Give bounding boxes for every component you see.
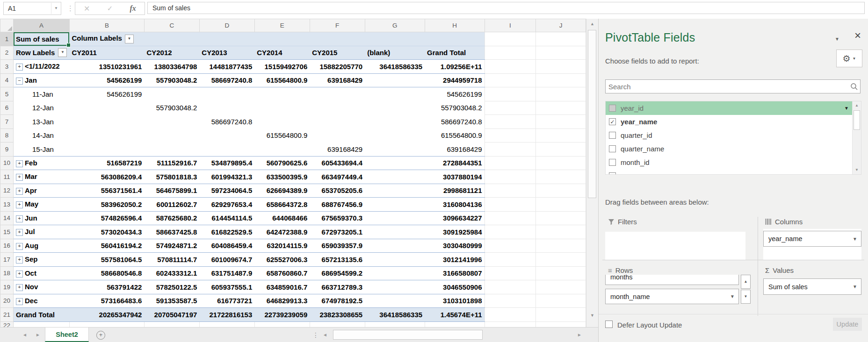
row-header-3[interactable]: 3 <box>0 60 14 74</box>
cell-D21[interactable]: 21722816153 <box>199 308 254 322</box>
cell-H7[interactable]: 586697240.8 <box>425 115 485 129</box>
cell-I14[interactable] <box>485 211 536 225</box>
cell-C12[interactable]: 564675899.1 <box>144 184 199 198</box>
row-header-17[interactable]: 17 <box>0 253 14 267</box>
cell-B11[interactable]: 563086209.4 <box>69 170 144 184</box>
cell-H20[interactable]: 3103101898 <box>425 294 485 308</box>
next-sheet-icon[interactable]: ► <box>36 332 40 337</box>
cell-D10[interactable]: 534879895.4 <box>199 156 254 170</box>
field-checkbox-month_id[interactable] <box>609 159 616 166</box>
select-all-corner[interactable] <box>0 19 14 32</box>
cell-E4[interactable]: 615564800.9 <box>254 73 310 87</box>
cell-D15[interactable]: 616822529.5 <box>199 225 254 239</box>
cell-F2[interactable]: CY2015 <box>310 46 365 60</box>
expand-icon[interactable]: + <box>16 256 23 264</box>
cell-B4[interactable]: 545626199 <box>69 73 144 87</box>
cell-J9[interactable] <box>536 142 586 157</box>
cell-E2[interactable]: CY2014 <box>254 46 310 60</box>
row-header-14[interactable]: 14 <box>0 211 14 225</box>
cell-J7[interactable] <box>536 115 586 129</box>
expand-icon[interactable]: + <box>16 64 23 71</box>
cell-F9[interactable]: 639168429 <box>310 142 365 157</box>
cell-C17[interactable]: 570811114.7 <box>144 253 199 267</box>
cell-E9[interactable] <box>254 142 310 157</box>
cell-C21[interactable]: 20705047197 <box>144 308 199 322</box>
cell-I4[interactable] <box>485 73 536 87</box>
column-header-E[interactable]: E <box>254 19 310 32</box>
field-month_id[interactable]: month_id <box>606 156 861 169</box>
cell-A12[interactable]: +Apr <box>13 184 69 198</box>
cell-J11[interactable] <box>536 170 586 184</box>
cell-D11[interactable]: 601994321.3 <box>199 170 254 184</box>
cell-A17[interactable]: +Sep <box>13 253 69 267</box>
filters-drop-area[interactable] <box>605 232 745 260</box>
cell-A9[interactable]: 15-Jan <box>13 142 69 157</box>
field-checkbox-year_id[interactable] <box>609 105 616 112</box>
formula-bar-splitter-icon[interactable]: ⋮ <box>67 4 74 13</box>
cell-A10[interactable]: +Feb <box>13 156 69 170</box>
row-header-16[interactable]: 16 <box>0 239 14 253</box>
cell-E10[interactable]: 560790625.6 <box>254 156 310 170</box>
field-list-scrollbar-thumb[interactable] <box>854 110 860 130</box>
cell-J13[interactable] <box>536 198 586 212</box>
cell-G19[interactable] <box>365 280 425 294</box>
cell-I13[interactable] <box>485 198 536 212</box>
cell-E3[interactable]: 15159492706 <box>254 60 310 74</box>
row-header-20[interactable]: 20 <box>0 294 14 308</box>
cell-A8[interactable]: 14-Jan <box>13 128 69 142</box>
cell-G16[interactable] <box>365 239 425 253</box>
cell-D18[interactable]: 631751487.9 <box>199 266 254 280</box>
cell-E13[interactable]: 658664372.8 <box>254 198 310 212</box>
cell-B19[interactable]: 563791422 <box>69 280 144 294</box>
cell-D20[interactable]: 616773721 <box>199 294 254 308</box>
row-header-4[interactable]: 4 <box>0 73 14 87</box>
cell-A4[interactable]: −Jan <box>13 73 69 87</box>
cell-H5[interactable]: 545626199 <box>425 87 485 101</box>
cell-C19[interactable]: 578250122.5 <box>144 280 199 294</box>
cell-D6[interactable] <box>199 101 254 115</box>
cell-J14[interactable] <box>536 211 586 225</box>
cell-I5[interactable] <box>485 87 536 101</box>
cell-G5[interactable] <box>365 87 425 101</box>
cell-C7[interactable] <box>144 115 199 129</box>
cell-B15[interactable]: 573020434.3 <box>69 225 144 239</box>
chevron-down-icon[interactable]: ▼ <box>849 236 861 242</box>
cell-F8[interactable] <box>310 128 365 142</box>
cell-B14[interactable]: 574826596.4 <box>69 211 144 225</box>
scroll-down-icon[interactable]: ▼ <box>586 310 598 321</box>
cell-B10[interactable]: 516587219 <box>69 156 144 170</box>
vertical-scrollbar[interactable]: ▲ ▼ <box>586 19 598 327</box>
cell-H8[interactable]: 615564800.9 <box>425 128 485 142</box>
search-input[interactable] <box>606 82 848 91</box>
column-header-B[interactable]: B <box>69 19 144 32</box>
formula-input[interactable]: Sum of sales <box>147 2 865 14</box>
cell-H3[interactable]: 1.09256E+11 <box>425 60 485 74</box>
cell-G8[interactable] <box>365 128 425 142</box>
cell-G18[interactable] <box>365 266 425 280</box>
row-header-5[interactable]: 5 <box>0 87 14 101</box>
cell-H11[interactable]: 3037880194 <box>425 170 485 184</box>
row-labels-filter-icon[interactable]: ▼ <box>58 48 67 57</box>
cell-G14[interactable] <box>365 211 425 225</box>
vertical-scrollbar-thumb[interactable] <box>588 30 596 198</box>
cell-I16[interactable] <box>485 239 536 253</box>
cell-E15[interactable]: 642472388.9 <box>254 225 310 239</box>
cell-G13[interactable] <box>365 198 425 212</box>
cell-H4[interactable]: 2944959718 <box>425 73 485 87</box>
field-quarter_name[interactable]: quarter_name <box>606 142 861 156</box>
prev-sheet-icon[interactable]: ◄ <box>22 332 27 337</box>
cell-E5[interactable] <box>254 87 310 101</box>
cell-B21[interactable]: 20265347942 <box>69 308 144 322</box>
cell-A13[interactable]: +May <box>13 198 69 212</box>
cell-D17[interactable]: 601009674.7 <box>199 253 254 267</box>
row-header-7[interactable]: 7 <box>0 115 14 129</box>
cell-A20[interactable]: +Dec <box>13 294 69 308</box>
cell-H6[interactable]: 557903048.2 <box>425 101 485 115</box>
tab-scrollbar-splitter-icon[interactable]: ⋮ <box>312 331 319 339</box>
expand-icon[interactable]: + <box>16 201 23 208</box>
cell-I1[interactable] <box>485 32 536 46</box>
cell-J16[interactable] <box>536 239 586 253</box>
cell-E1[interactable] <box>254 32 310 46</box>
cell-H18[interactable]: 3166580807 <box>425 266 485 280</box>
cell-E8[interactable]: 615564800.9 <box>254 128 310 142</box>
